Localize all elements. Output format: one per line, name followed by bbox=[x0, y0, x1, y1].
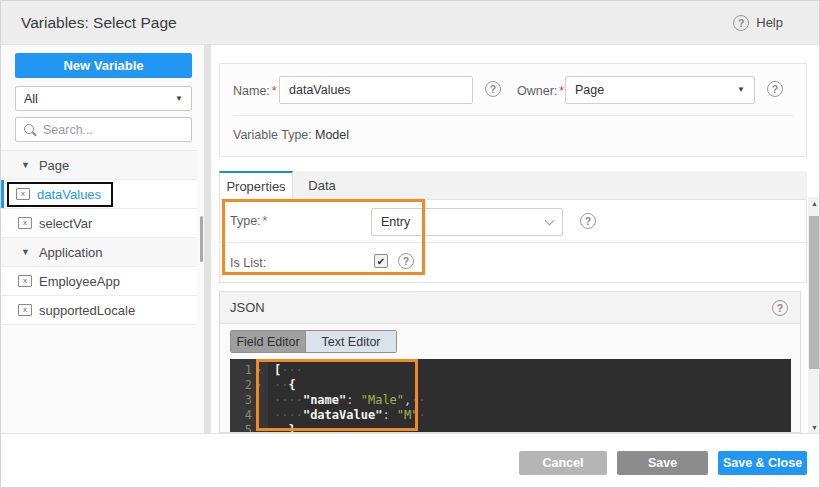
tree-group-page[interactable]: ▼Page bbox=[1, 151, 197, 180]
fold-icon bbox=[252, 408, 266, 423]
gutter-line: 1▾ bbox=[230, 363, 268, 378]
panel-separator bbox=[233, 115, 793, 116]
json-panel-body: Field Editor Text Editor 1▾2▾345 [·····{… bbox=[220, 324, 800, 433]
panel-divider bbox=[204, 45, 211, 433]
type-value: Entry bbox=[381, 215, 410, 229]
sidebar-scrollbar-thumb[interactable] bbox=[200, 216, 203, 262]
json-code-editor[interactable]: 1▾2▾345 [·····{····"name": "Male",······… bbox=[230, 359, 791, 433]
detail-tabbar: Properties Data bbox=[219, 171, 807, 199]
chevron-down-icon: ▼ bbox=[175, 95, 183, 103]
code-line[interactable]: ····"dataValue": "M"· bbox=[274, 408, 791, 423]
variable-meta-panel: Name:* ? Owner:* Page ▼ ? Variable Type:… bbox=[219, 63, 807, 157]
variable-icon: x bbox=[18, 217, 32, 229]
editor-mode-toggle: Field Editor Text Editor bbox=[230, 330, 397, 353]
triangle-down-icon: ▼ bbox=[21, 160, 30, 170]
main-scrollbar[interactable]: ▲ ▼ bbox=[808, 197, 820, 433]
name-label: Name:* bbox=[233, 84, 277, 98]
dialog-footer: Cancel Save Save & Close bbox=[1, 433, 820, 488]
variables-dialog: Variables: Select Page ? Help New Variab… bbox=[0, 0, 820, 488]
is-list-label: Is List: bbox=[230, 256, 266, 270]
owner-help-icon[interactable]: ? bbox=[767, 81, 783, 97]
owner-value: Page bbox=[575, 83, 604, 97]
fold-icon bbox=[252, 393, 266, 408]
field-editor-button[interactable]: Field Editor bbox=[231, 331, 306, 352]
tab-data[interactable]: Data bbox=[293, 171, 351, 199]
chevron-down-icon bbox=[545, 215, 555, 225]
search-input[interactable] bbox=[43, 123, 173, 137]
tree-item-supportedlocale[interactable]: xsupportedLocale bbox=[1, 296, 197, 325]
fold-icon[interactable]: ▾ bbox=[252, 378, 266, 393]
tree-item-datavalues[interactable]: xdataValues bbox=[1, 180, 197, 209]
cancel-button[interactable]: Cancel bbox=[519, 451, 607, 475]
scrollbar-thumb[interactable] bbox=[809, 216, 820, 369]
code-line[interactable]: ····"name": "Male",·· bbox=[274, 393, 791, 408]
tree-item-employeeapp[interactable]: xEmployeeApp bbox=[1, 267, 197, 296]
properties-panel: Type:* Entry ? Is List: ✔ ? bbox=[219, 199, 807, 283]
json-title: JSON bbox=[230, 300, 265, 315]
selection-accent-bar bbox=[1, 180, 4, 208]
is-list-checkbox[interactable]: ✔ bbox=[374, 254, 388, 268]
save-close-button[interactable]: Save & Close bbox=[718, 451, 807, 475]
variable-icon: x bbox=[16, 188, 30, 200]
filter-value: All bbox=[24, 92, 38, 106]
editor-gutter: 1▾2▾345 bbox=[230, 359, 268, 433]
code-line[interactable]: ··} bbox=[274, 423, 791, 433]
tree-group-application[interactable]: ▼Application bbox=[1, 238, 197, 267]
json-panel: JSON ? Field Editor Text Editor 1▾2▾345 … bbox=[219, 291, 801, 433]
gutter-line: 5 bbox=[230, 423, 268, 433]
json-panel-header: JSON ? bbox=[220, 292, 800, 324]
fold-icon bbox=[252, 423, 266, 433]
scroll-down-icon[interactable]: ▼ bbox=[808, 421, 820, 433]
scroll-up-icon[interactable]: ▲ bbox=[808, 197, 820, 209]
is-list-help-icon[interactable]: ? bbox=[398, 253, 414, 269]
owner-select[interactable]: Page ▼ bbox=[565, 76, 755, 104]
variable-type-label: Variable Type: bbox=[233, 128, 312, 142]
page-title: Variables: Select Page bbox=[21, 14, 177, 32]
name-help-icon[interactable]: ? bbox=[485, 81, 501, 97]
gutter-line: 2▾ bbox=[230, 378, 268, 393]
triangle-down-icon: ▼ bbox=[21, 247, 30, 257]
variable-type-value: Model bbox=[315, 128, 349, 142]
variable-icon: x bbox=[18, 304, 32, 316]
json-help-icon[interactable]: ? bbox=[772, 300, 788, 316]
row-separator bbox=[220, 242, 806, 243]
selection-outline: xdataValues bbox=[7, 182, 113, 207]
fold-icon[interactable]: ▾ bbox=[252, 363, 266, 378]
tree-item-selectvar[interactable]: xselectVar bbox=[1, 209, 197, 238]
help-icon[interactable]: ? bbox=[733, 15, 749, 31]
variables-sidebar: New Variable All ▼ ▼PagexdataValuesxsele… bbox=[1, 45, 204, 433]
variable-icon: x bbox=[18, 275, 32, 287]
variable-search[interactable] bbox=[15, 117, 192, 142]
tab-properties[interactable]: Properties bbox=[219, 171, 293, 199]
save-button[interactable]: Save bbox=[617, 451, 708, 475]
chevron-down-icon: ▼ bbox=[737, 86, 745, 94]
code-line[interactable]: ··{ bbox=[274, 378, 791, 393]
text-editor-button[interactable]: Text Editor bbox=[306, 331, 396, 352]
gutter-line: 3 bbox=[230, 393, 268, 408]
variable-tree: ▼PagexdataValuesxselectVar▼ApplicationxE… bbox=[1, 150, 197, 325]
owner-label: Owner:* bbox=[517, 84, 564, 98]
name-field[interactable] bbox=[279, 76, 473, 104]
help-label[interactable]: Help bbox=[756, 15, 783, 30]
help-button[interactable]: ? Help bbox=[733, 15, 783, 31]
variable-detail-panel: Name:* ? Owner:* Page ▼ ? Variable Type:… bbox=[211, 45, 820, 433]
search-icon bbox=[23, 123, 37, 137]
code-line[interactable]: [··· bbox=[274, 363, 791, 378]
type-label: Type:* bbox=[230, 214, 267, 228]
variable-filter-select[interactable]: All ▼ bbox=[15, 86, 192, 111]
new-variable-button[interactable]: New Variable bbox=[15, 53, 192, 78]
editor-code[interactable]: [·····{····"name": "Male",······"dataVal… bbox=[268, 359, 791, 433]
type-help-icon[interactable]: ? bbox=[580, 213, 596, 229]
dialog-header: Variables: Select Page ? Help bbox=[1, 1, 820, 45]
gutter-line: 4 bbox=[230, 408, 268, 423]
type-select[interactable]: Entry bbox=[371, 208, 563, 236]
